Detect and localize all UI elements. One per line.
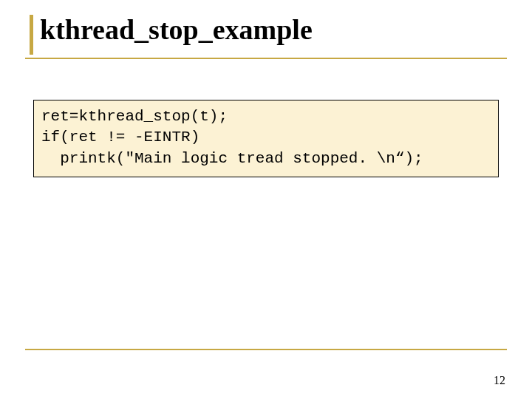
slide: kthread_stop_example ret=kthread_stop(t)… <box>0 0 532 399</box>
code-line: ret=kthread_stop(t); <box>41 108 228 125</box>
title-accent-bar <box>30 15 33 55</box>
code-line: printk("Main logic tread stopped. \n“); <box>41 150 423 167</box>
code-block: ret=kthread_stop(t); if(ret != -EINTR) p… <box>33 100 499 177</box>
slide-title: kthread_stop_example <box>40 10 507 50</box>
divider-top <box>25 58 507 59</box>
divider-bottom <box>25 349 507 350</box>
code-line: if(ret != -EINTR) <box>41 129 200 146</box>
page-number: 12 <box>494 374 505 387</box>
